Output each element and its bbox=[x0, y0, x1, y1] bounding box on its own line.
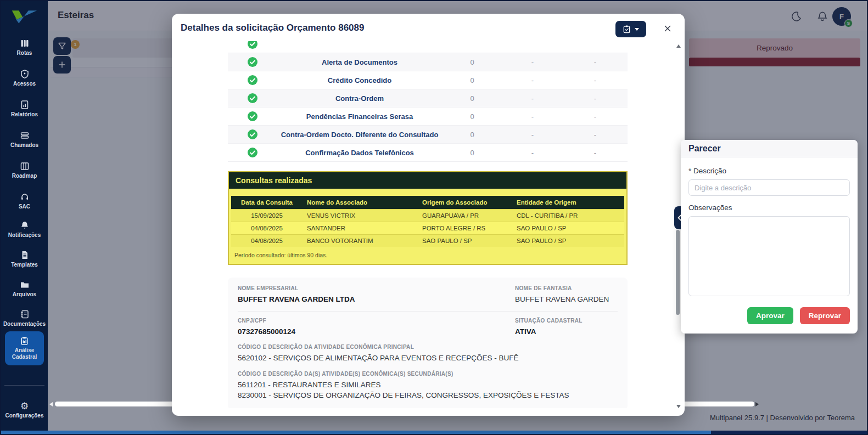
roadmap-icon bbox=[20, 161, 30, 171]
sidebar-item-label: Templates bbox=[11, 262, 38, 268]
field-atividade-secundaria: CÓDIGO E DESCRIÇÃO DA(S) ATIVIDADE(S) EC… bbox=[238, 371, 618, 401]
sidebar-item-analise-cadastral[interactable]: Análise Cadastral bbox=[5, 331, 44, 365]
cell-nome-associado: BANCO VOTORANTIM bbox=[303, 238, 418, 244]
sidebar-item-roadmap[interactable]: Roadmap bbox=[1, 161, 48, 179]
table-row: Contra-Ordem 0 - - bbox=[228, 89, 628, 108]
cell-origem-associado: GUARAPUAVA / PR bbox=[418, 212, 512, 219]
field-value: BUFFET RAVENA GARDEN LTDA bbox=[238, 294, 515, 305]
modal-title: Detalhes da solicitação Orçamento 86089 bbox=[181, 22, 365, 33]
sidebar-item-label: Configurações bbox=[5, 413, 43, 419]
table-row: Pendências Financeiras Serasa 0 - - bbox=[228, 108, 628, 126]
parecer-title: Parecer bbox=[681, 140, 858, 157]
file-lines-icon bbox=[20, 250, 30, 260]
tickets-icon bbox=[20, 131, 30, 140]
check-row-col3: - bbox=[563, 94, 628, 103]
table-row: Contra-Ordem Docto. Diferente do Consult… bbox=[228, 126, 628, 144]
check-row-value: 0 bbox=[442, 131, 502, 139]
close-button[interactable] bbox=[663, 24, 674, 35]
observacoes-label: Observações bbox=[688, 204, 850, 212]
consultas-realizadas-section: Consultas realizadas Data da Consulta No… bbox=[228, 171, 628, 265]
consultas-footnote: Período consultado: últimos 90 dias. bbox=[229, 247, 626, 264]
clipboard-check-icon bbox=[623, 25, 631, 33]
field-nome-fantasia: NOME DE FANTASIA BUFFET RAVENA GARDEN bbox=[515, 285, 618, 305]
sidebar-item-templates[interactable]: Templates bbox=[1, 250, 48, 268]
app-logo[interactable] bbox=[8, 5, 40, 30]
sidebar-item-label: Notificações bbox=[8, 232, 41, 239]
sidebar-item-arquivos[interactable]: Arquivos bbox=[1, 280, 48, 298]
check-circle-icon bbox=[247, 93, 258, 104]
field-value: 5611201 - RESTAURANTES E SIMILARES bbox=[238, 380, 618, 391]
sidebar-item-documentacoes[interactable]: Documentações bbox=[1, 309, 48, 327]
cell-entidade-origem: SAO PAULO / SP bbox=[512, 225, 624, 231]
check-row-col3: - bbox=[563, 58, 628, 66]
sidebar-item-relatorios[interactable]: Relatórios bbox=[1, 100, 48, 118]
cell-data-consulta: 04/08/2025 bbox=[231, 238, 303, 244]
field-label: NOME EMPRESARIAL bbox=[238, 285, 515, 291]
consultas-title: Consultas realizadas bbox=[229, 172, 626, 189]
column-header: Entidade de Origem bbox=[512, 199, 624, 206]
field-nome-empresarial: NOME EMPRESARIAL BUFFET RAVENA GARDEN LT… bbox=[238, 285, 515, 305]
sidebar-item-label: Documentações bbox=[3, 321, 46, 327]
modal-report-dropdown-button[interactable] bbox=[615, 21, 646, 37]
sidebar-item-label: Roadmap bbox=[12, 173, 37, 179]
scroll-left-arrow-icon[interactable] bbox=[49, 402, 53, 406]
check-row-col2: - bbox=[502, 131, 563, 139]
cell-origem-associado: SAO PAULO / SP bbox=[418, 238, 512, 244]
sidebar-item-rotas[interactable]: Rotas bbox=[1, 38, 48, 57]
checks-table: Alerta de Documentos 0 - - Crédito Conce… bbox=[228, 41, 628, 162]
column-header: Data da Consulta bbox=[231, 199, 303, 206]
reprovar-button[interactable]: Reprovar bbox=[800, 307, 850, 324]
parecer-panel: Parecer * Descrição Observações Aprovar … bbox=[681, 140, 858, 334]
clipboard-icon bbox=[20, 336, 29, 346]
check-row-col3: - bbox=[563, 131, 628, 139]
cell-data-consulta: 15/09/2025 bbox=[231, 212, 303, 219]
gear-icon: ⚙ bbox=[20, 402, 29, 411]
company-row: CNPJ/CPF 07327685000124 SITUAÇÃO CADASTR… bbox=[238, 318, 618, 337]
sidebar-item-configuracoes[interactable]: ⚙ Configurações bbox=[1, 402, 48, 419]
folder-icon bbox=[20, 280, 30, 290]
sidebar-item-label: Rotas bbox=[17, 50, 32, 57]
check-row-col2: - bbox=[502, 76, 563, 84]
cell-nome-associado: SANTANDER bbox=[303, 225, 418, 231]
sidebar-item-acessos[interactable]: Acessos bbox=[1, 69, 48, 87]
scrollbar-thumb[interactable] bbox=[676, 230, 680, 315]
headset-icon bbox=[20, 192, 30, 202]
company-info-card: NOME EMPRESARIAL BUFFET RAVENA GARDEN LT… bbox=[228, 278, 628, 408]
sidebar-item-notificacoes[interactable]: Notificações bbox=[1, 221, 48, 239]
check-circle-icon bbox=[247, 129, 258, 140]
field-situacao-cadastral: SITUAÇÃO CADASTRAL ATIVA bbox=[515, 318, 618, 337]
check-row-col2: - bbox=[502, 58, 563, 66]
sidebar-item-label: Análise Cadastral bbox=[5, 347, 44, 360]
check-row-value: 0 bbox=[442, 94, 502, 103]
sidebar-item-chamados[interactable]: Chamados bbox=[1, 131, 48, 149]
descricao-input[interactable] bbox=[688, 179, 850, 196]
check-row-col2: - bbox=[502, 112, 563, 121]
bottom-progress-bar bbox=[1, 431, 711, 434]
notebook-icon bbox=[20, 309, 30, 319]
app-frame: Rotas Acessos Relatórios Chamados Roadma… bbox=[0, 0, 868, 435]
check-row-label: Contra-Ordem bbox=[277, 94, 442, 103]
cell-entidade-origem: CDL - CURITIBA / PR bbox=[512, 212, 624, 219]
check-row-col2: - bbox=[502, 149, 563, 157]
observacoes-textarea[interactable] bbox=[688, 216, 850, 296]
field-value: 5620102 - SERVIÇOS DE ALIMENTAÇÃO PARA E… bbox=[238, 353, 618, 364]
check-row-value: 0 bbox=[442, 149, 502, 157]
scroll-right-arrow-icon[interactable] bbox=[755, 402, 759, 406]
field-label: CÓDIGO E DESCRIÇÃO DA ATIVIDADE ECONÔMIC… bbox=[238, 344, 618, 350]
column-header: Origem do Associado bbox=[418, 199, 512, 206]
aprovar-button[interactable]: Aprovar bbox=[747, 307, 793, 324]
check-row-value: 0 bbox=[442, 76, 502, 84]
check-row-label: Alerta de Documentos bbox=[277, 58, 442, 66]
descricao-label: * Descrição bbox=[688, 167, 850, 175]
scroll-down-arrow-icon[interactable] bbox=[676, 405, 681, 408]
column-header: Nome do Associado bbox=[303, 199, 418, 206]
shield-icon bbox=[20, 69, 30, 79]
check-row-col3: - bbox=[563, 76, 628, 84]
field-value: ATIVA bbox=[515, 326, 618, 337]
caret-down-icon bbox=[635, 28, 639, 31]
scroll-up-arrow-icon[interactable] bbox=[676, 44, 681, 48]
sidebar-item-sac[interactable]: SAC bbox=[1, 192, 48, 210]
check-row-label: Contra-Ordem Docto. Diferente do Consult… bbox=[277, 131, 442, 139]
table-row: 04/08/2025 SANTANDER PORTO ALEGRE / RS S… bbox=[231, 222, 624, 234]
check-circle-icon bbox=[247, 41, 258, 49]
